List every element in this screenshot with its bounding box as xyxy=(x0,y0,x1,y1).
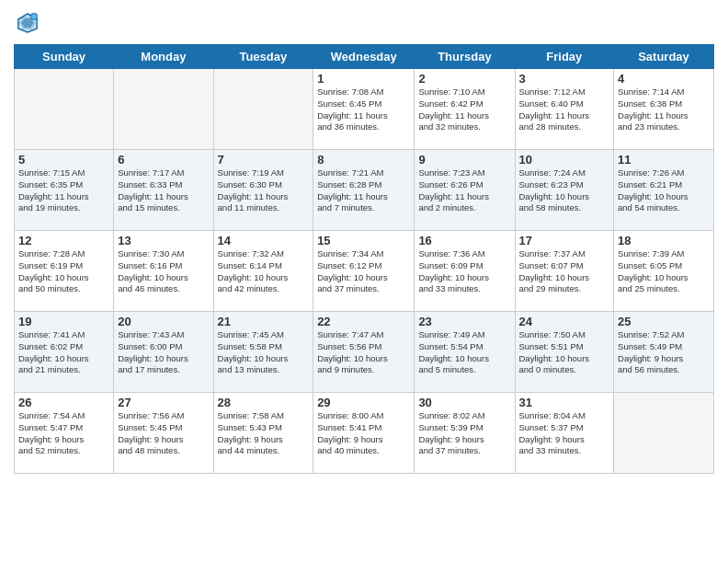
day-number: 18 xyxy=(618,234,710,247)
day-number: 26 xyxy=(18,396,109,409)
calendar-day: 17Sunrise: 7:37 AMSunset: 6:07 PMDayligh… xyxy=(515,231,614,312)
day-info: Sunrise: 7:49 AMSunset: 5:54 PMDaylight:… xyxy=(418,329,510,376)
day-number: 16 xyxy=(418,234,510,247)
day-info: Sunrise: 7:43 AMSunset: 6:00 PMDaylight:… xyxy=(118,329,209,376)
day-number: 14 xyxy=(218,234,310,247)
day-header-friday: Friday xyxy=(515,45,614,69)
day-info: Sunrise: 7:36 AMSunset: 6:09 PMDaylight:… xyxy=(418,248,510,295)
day-info: Sunrise: 7:30 AMSunset: 6:16 PMDaylight:… xyxy=(118,248,209,295)
calendar-day: 19Sunrise: 7:41 AMSunset: 6:02 PMDayligh… xyxy=(15,312,114,393)
day-number: 12 xyxy=(18,234,109,247)
calendar-day: 2Sunrise: 7:10 AMSunset: 6:42 PMDaylight… xyxy=(415,69,515,150)
logo-icon xyxy=(14,9,41,37)
calendar-day: 15Sunrise: 7:34 AMSunset: 6:12 PMDayligh… xyxy=(313,231,415,312)
day-info: Sunrise: 7:34 AMSunset: 6:12 PMDaylight:… xyxy=(317,248,410,295)
calendar-header-row: SundayMondayTuesdayWednesdayThursdayFrid… xyxy=(15,45,714,69)
day-header-wednesday: Wednesday xyxy=(313,45,415,69)
day-info: Sunrise: 8:02 AMSunset: 5:39 PMDaylight:… xyxy=(418,410,510,457)
day-header-monday: Monday xyxy=(114,45,213,69)
calendar-day: 25Sunrise: 7:52 AMSunset: 5:49 PMDayligh… xyxy=(614,312,714,393)
day-header-saturday: Saturday xyxy=(614,45,714,69)
day-number: 31 xyxy=(519,396,610,409)
day-number: 8 xyxy=(317,153,410,167)
day-number: 10 xyxy=(519,153,610,167)
calendar-day: 29Sunrise: 8:00 AMSunset: 5:41 PMDayligh… xyxy=(313,393,415,474)
calendar-day: 16Sunrise: 7:36 AMSunset: 6:09 PMDayligh… xyxy=(415,231,515,312)
day-number: 29 xyxy=(317,396,410,409)
day-info: Sunrise: 7:56 AMSunset: 5:45 PMDaylight:… xyxy=(118,410,209,457)
day-number: 30 xyxy=(418,396,510,409)
calendar-day: 23Sunrise: 7:49 AMSunset: 5:54 PMDayligh… xyxy=(415,312,515,393)
calendar-day: 3Sunrise: 7:12 AMSunset: 6:40 PMDaylight… xyxy=(515,69,614,150)
day-number: 7 xyxy=(218,153,310,167)
day-number: 15 xyxy=(317,234,410,247)
calendar-day: 14Sunrise: 7:32 AMSunset: 6:14 PMDayligh… xyxy=(213,231,313,312)
day-number: 1 xyxy=(317,72,410,86)
week-row: 12Sunrise: 7:28 AMSunset: 6:19 PMDayligh… xyxy=(15,231,714,312)
calendar-day: 7Sunrise: 7:19 AMSunset: 6:30 PMDaylight… xyxy=(213,150,313,231)
calendar-day xyxy=(614,393,714,474)
day-number: 22 xyxy=(317,315,410,328)
day-header-sunday: Sunday xyxy=(15,45,114,69)
day-info: Sunrise: 7:14 AMSunset: 6:38 PMDaylight:… xyxy=(618,86,710,133)
calendar-day: 24Sunrise: 7:50 AMSunset: 5:51 PMDayligh… xyxy=(515,312,614,393)
calendar-day: 6Sunrise: 7:17 AMSunset: 6:33 PMDaylight… xyxy=(114,150,213,231)
day-info: Sunrise: 7:28 AMSunset: 6:19 PMDaylight:… xyxy=(18,248,109,295)
day-number: 25 xyxy=(618,315,710,328)
day-info: Sunrise: 7:10 AMSunset: 6:42 PMDaylight:… xyxy=(418,86,510,133)
day-number: 13 xyxy=(118,234,209,247)
day-info: Sunrise: 8:04 AMSunset: 5:37 PMDaylight:… xyxy=(519,410,610,457)
day-number: 6 xyxy=(118,153,209,167)
day-number: 27 xyxy=(118,396,209,409)
day-info: Sunrise: 7:39 AMSunset: 6:05 PMDaylight:… xyxy=(618,248,710,295)
day-header-thursday: Thursday xyxy=(415,45,515,69)
calendar-day: 20Sunrise: 7:43 AMSunset: 6:00 PMDayligh… xyxy=(114,312,213,393)
day-info: Sunrise: 7:41 AMSunset: 6:02 PMDaylight:… xyxy=(18,329,109,376)
day-info: Sunrise: 7:58 AMSunset: 5:43 PMDaylight:… xyxy=(218,410,310,457)
calendar-day: 13Sunrise: 7:30 AMSunset: 6:16 PMDayligh… xyxy=(114,231,213,312)
day-info: Sunrise: 7:15 AMSunset: 6:35 PMDaylight:… xyxy=(18,167,109,214)
day-info: Sunrise: 7:45 AMSunset: 5:58 PMDaylight:… xyxy=(218,329,310,376)
day-number: 3 xyxy=(519,72,610,86)
day-header-tuesday: Tuesday xyxy=(213,45,313,69)
day-number: 11 xyxy=(618,153,710,167)
day-info: Sunrise: 7:50 AMSunset: 5:51 PMDaylight:… xyxy=(519,329,610,376)
header xyxy=(14,9,714,37)
calendar-day: 11Sunrise: 7:26 AMSunset: 6:21 PMDayligh… xyxy=(614,150,714,231)
calendar-day: 12Sunrise: 7:28 AMSunset: 6:19 PMDayligh… xyxy=(15,231,114,312)
day-info: Sunrise: 7:23 AMSunset: 6:26 PMDaylight:… xyxy=(418,167,510,214)
calendar-day: 1Sunrise: 7:08 AMSunset: 6:45 PMDaylight… xyxy=(313,69,415,150)
logo xyxy=(14,9,43,37)
day-number: 17 xyxy=(519,234,610,247)
day-info: Sunrise: 7:12 AMSunset: 6:40 PMDaylight:… xyxy=(519,86,610,133)
day-number: 4 xyxy=(618,72,710,86)
calendar-day xyxy=(15,69,114,150)
calendar-day: 4Sunrise: 7:14 AMSunset: 6:38 PMDaylight… xyxy=(614,69,714,150)
calendar-day xyxy=(114,69,213,150)
day-info: Sunrise: 7:08 AMSunset: 6:45 PMDaylight:… xyxy=(317,86,410,133)
calendar-day: 30Sunrise: 8:02 AMSunset: 5:39 PMDayligh… xyxy=(415,393,515,474)
day-info: Sunrise: 7:17 AMSunset: 6:33 PMDaylight:… xyxy=(118,167,209,214)
day-info: Sunrise: 7:24 AMSunset: 6:23 PMDaylight:… xyxy=(519,167,610,214)
calendar-day: 31Sunrise: 8:04 AMSunset: 5:37 PMDayligh… xyxy=(515,393,614,474)
day-info: Sunrise: 7:37 AMSunset: 6:07 PMDaylight:… xyxy=(519,248,610,295)
day-info: Sunrise: 7:26 AMSunset: 6:21 PMDaylight:… xyxy=(618,167,710,214)
calendar-day: 22Sunrise: 7:47 AMSunset: 5:56 PMDayligh… xyxy=(313,312,415,393)
day-info: Sunrise: 7:47 AMSunset: 5:56 PMDaylight:… xyxy=(317,329,410,376)
calendar-day: 27Sunrise: 7:56 AMSunset: 5:45 PMDayligh… xyxy=(114,393,213,474)
day-number: 19 xyxy=(18,315,109,328)
day-info: Sunrise: 7:54 AMSunset: 5:47 PMDaylight:… xyxy=(18,410,109,457)
day-info: Sunrise: 8:00 AMSunset: 5:41 PMDaylight:… xyxy=(317,410,410,457)
day-info: Sunrise: 7:52 AMSunset: 5:49 PMDaylight:… xyxy=(618,329,710,376)
day-number: 5 xyxy=(18,153,109,167)
week-row: 5Sunrise: 7:15 AMSunset: 6:35 PMDaylight… xyxy=(15,150,714,231)
day-info: Sunrise: 7:32 AMSunset: 6:14 PMDaylight:… xyxy=(218,248,310,295)
day-number: 20 xyxy=(118,315,209,328)
calendar-day: 10Sunrise: 7:24 AMSunset: 6:23 PMDayligh… xyxy=(515,150,614,231)
calendar-day xyxy=(213,69,313,150)
day-info: Sunrise: 7:19 AMSunset: 6:30 PMDaylight:… xyxy=(218,167,310,214)
calendar: SundayMondayTuesdayWednesdayThursdayFrid… xyxy=(14,44,714,474)
day-info: Sunrise: 7:21 AMSunset: 6:28 PMDaylight:… xyxy=(317,167,410,214)
calendar-day: 28Sunrise: 7:58 AMSunset: 5:43 PMDayligh… xyxy=(213,393,313,474)
calendar-day: 18Sunrise: 7:39 AMSunset: 6:05 PMDayligh… xyxy=(614,231,714,312)
